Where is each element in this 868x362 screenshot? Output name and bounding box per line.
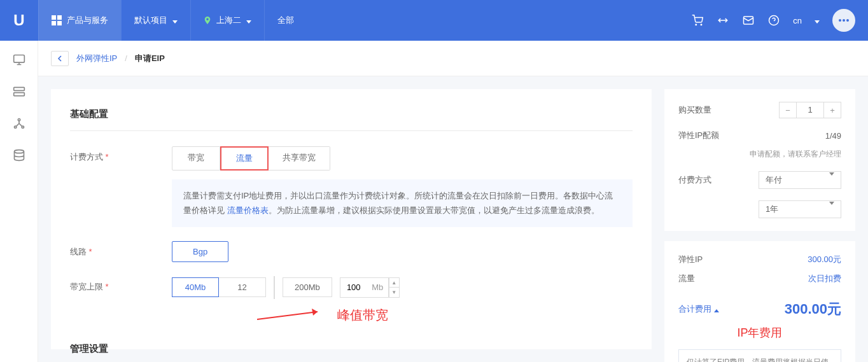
svg-point-5 [701, 24, 703, 25]
location-icon [204, 17, 211, 24]
nav-products[interactable]: 产品与服务 [38, 0, 121, 41]
cart-icon[interactable] [691, 14, 704, 27]
transfer-icon[interactable] [717, 14, 729, 27]
nav-products-label: 产品与服务 [67, 15, 108, 26]
price-tip: 仅计算了EIP费用，流量费用将根据当日使用情况在次日结算 [678, 349, 841, 362]
billing-segment-group: 带宽 流量 共享带宽 [172, 146, 633, 171]
help-icon[interactable] [767, 14, 780, 27]
svg-point-10 [846, 19, 849, 22]
billing-label: 计费方式 [70, 146, 172, 163]
lang-label[interactable]: cn [793, 16, 802, 25]
svg-marker-19 [312, 309, 318, 316]
arrow-icon [257, 307, 327, 323]
duration-select[interactable]: 1年 [759, 200, 841, 218]
billing-option-traffic[interactable]: 流量 [220, 146, 269, 171]
annotation-peak-text: 峰值带宽 [337, 307, 388, 324]
annotation-peak: 峰值带宽 [257, 307, 633, 324]
svg-point-14 [18, 119, 20, 121]
qty-value[interactable]: 1 [796, 102, 824, 118]
total-amount: 300.00元 [785, 300, 841, 319]
billing-option-shared[interactable]: 共享带宽 [269, 146, 330, 171]
nav-all[interactable]: 全部 [264, 0, 307, 41]
svg-rect-13 [13, 93, 24, 96]
duration-value: 1年 [766, 204, 778, 215]
price-eip-label: 弹性IP [678, 254, 703, 265]
svg-point-16 [22, 126, 24, 128]
bandwidth-limit-label: 带宽上限 [70, 276, 172, 293]
qty-plus-button[interactable]: + [824, 102, 841, 118]
section-manage-title: 管理设置 [70, 343, 633, 360]
svg-rect-0 [52, 15, 56, 20]
bandwidth-step-up[interactable]: ▲ [389, 278, 399, 288]
price-traffic-label: 流量 [678, 273, 695, 284]
svg-point-8 [839, 19, 841, 22]
nav-region[interactable]: 上海二 [190, 0, 264, 41]
qty-minus-button[interactable]: − [780, 102, 796, 118]
side-panel: 购买数量 − 1 + 弹性IP配额 1/49 申请配额，请联系客户经理 付费方式 [664, 89, 855, 349]
nav-region-label: 上海二 [216, 15, 241, 26]
chevron-down-icon [815, 16, 820, 25]
bw-option-40[interactable]: 40Mb [172, 277, 219, 297]
logo[interactable]: U [0, 0, 38, 41]
grid-icon [52, 15, 62, 25]
price-table-link[interactable]: 流量价格表 [227, 205, 269, 215]
mail-icon[interactable] [742, 14, 755, 27]
qty-stepper: − 1 + [779, 102, 841, 118]
chevron-down-icon [829, 176, 834, 185]
bandwidth-value-input[interactable] [340, 278, 367, 297]
nav-project-label: 默认项目 [134, 15, 167, 26]
bw-option-200[interactable]: 200Mb [283, 277, 332, 297]
svg-rect-1 [57, 15, 62, 20]
bandwidth-custom-input: Mb ▲ ▼ [340, 277, 400, 298]
qty-label: 购买数量 [678, 104, 711, 116]
section-basic-title: 基础配置 [70, 108, 633, 131]
pay-method-select[interactable]: 年付 [759, 171, 841, 189]
dots-icon [838, 18, 850, 22]
nav-project[interactable]: 默认项目 [121, 0, 190, 41]
bandwidth-preset-group: 40Mb 12 [172, 277, 266, 297]
chevron-down-icon [246, 16, 251, 25]
quota-label: 弹性IP配额 [678, 130, 719, 141]
pay-method-value: 年付 [766, 174, 782, 186]
form-panel: 基础配置 计费方式 带宽 流量 共享带宽 流量计费需支付IP地址费用，并以出口流… [51, 89, 652, 349]
nav-all-label: 全部 [277, 15, 294, 26]
billing-info-box: 流量计费需支付IP地址费用，并以出口流量作为计费统计对象。所统计的流量会在次日扣… [172, 179, 633, 227]
svg-point-4 [696, 24, 697, 25]
chevron-down-icon [172, 16, 178, 25]
svg-rect-11 [13, 55, 24, 63]
quota-note: 申请配额，请联系客户经理 [678, 149, 841, 160]
total-label[interactable]: 合计费用 [678, 303, 719, 315]
info-text-2: 。为防止流量暴增，建议根据实际使用量设置最大带宽值，以避免产生过多流量造成浪费。 [269, 205, 599, 215]
network-icon[interactable] [13, 117, 25, 130]
quota-value: 1/49 [825, 131, 841, 141]
svg-line-18 [257, 312, 318, 319]
svg-point-15 [14, 126, 16, 128]
breadcrumb-current: 申请EIP [135, 53, 165, 64]
database-icon[interactable] [13, 149, 25, 162]
divider [274, 276, 275, 299]
server-icon[interactable] [13, 85, 25, 98]
svg-point-17 [14, 150, 24, 153]
breadcrumb-separator: / [125, 53, 127, 63]
line-label: 线路 [70, 241, 172, 258]
svg-rect-3 [57, 21, 62, 25]
side-config-card: 购买数量 − 1 + 弹性IP配额 1/49 申请配额，请联系客户经理 付费方式 [664, 89, 855, 231]
breadcrumb-bar: 外网弹性IP / 申请EIP [38, 41, 868, 76]
chevron-down-icon [829, 205, 834, 214]
svg-rect-2 [52, 21, 56, 25]
billing-option-bandwidth[interactable]: 带宽 [172, 146, 220, 171]
bandwidth-step-down[interactable]: ▼ [389, 288, 399, 297]
svg-rect-12 [13, 87, 24, 90]
back-button[interactable] [51, 51, 69, 66]
line-option-bgp[interactable]: Bgp [172, 241, 228, 262]
price-traffic-value: 次日扣费 [808, 273, 841, 284]
left-rail [0, 41, 38, 362]
chevron-left-icon [57, 55, 63, 62]
annotation-ip-annual: IP年费用 [678, 325, 841, 340]
monitor-icon[interactable] [13, 53, 25, 66]
bandwidth-unit: Mb [367, 278, 389, 297]
user-avatar[interactable] [832, 9, 855, 32]
breadcrumb-parent[interactable]: 外网弹性IP [76, 53, 117, 64]
bw-option-12[interactable]: 12 [219, 277, 266, 297]
top-header: U 产品与服务 默认项目 上海二 全部 cn [0, 0, 868, 41]
